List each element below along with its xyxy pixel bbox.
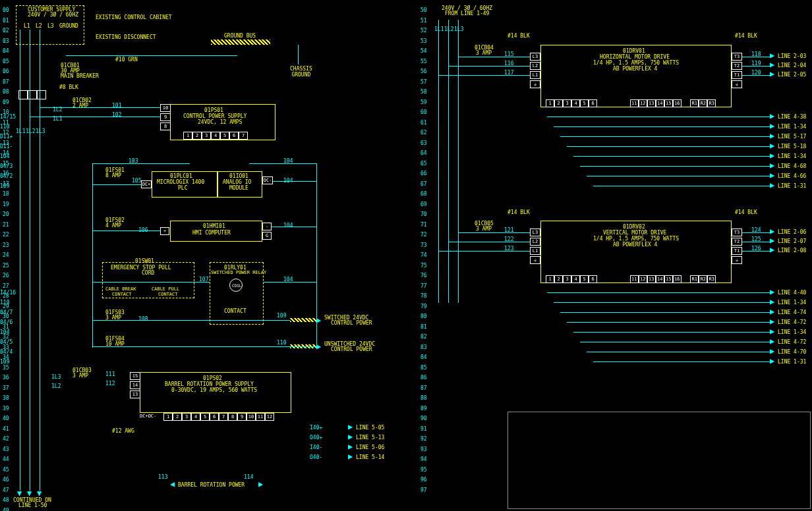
drv02-t3: T3 [732,229,742,236]
ps01-out-terms: 1234567 [183,132,248,140]
drv02-spec: 1/4 HP, 1.5 AMPS, 750 WATTS [593,236,679,242]
arrow-right-icon: ▶ [770,69,774,78]
ref: LINE 4-40 [778,290,806,296]
sig: I4/15 [0,114,16,120]
ref: LINE 4-66 [778,173,806,179]
ps01-name: CONTROL POWER SUPPLY [183,113,246,119]
arrow-right-icon: ▶ [770,111,774,121]
arrow-right-icon: ▶ [770,171,774,180]
drv01-t1: T1 [732,71,742,79]
arrow-right-icon: ▶ [770,327,774,336]
bus-label-1l2: 1L2 [26,128,35,134]
arrow-right-icon: ▶ [770,161,774,170]
ps02-ref0: LINE 5-05 [356,425,384,431]
ps02-in-15: 15 [130,372,140,380]
fs02-amp: 4 AMP [105,223,121,229]
sw-pwr-bar [290,318,316,322]
wire [567,322,770,323]
hmi-minus: - [262,223,272,230]
drv01-spec: 1/4 HP, 1.5 AMPS, 750 WATTS [593,60,679,66]
ground-wire [66,55,237,56]
unsw-sub: CONTROL POWER [331,346,372,352]
coil-icon [229,279,243,292]
bus-label-1l3: 1L3 [36,128,45,134]
drv02-id: 01DRV02 [623,224,645,230]
wire [742,66,770,67]
wire [580,166,770,167]
row-numbers-right: 50 51 52 53 54 55 56 57 58 59 60 61 62 6… [420,5,427,495]
arrow-right-icon: ▶ [258,479,263,489]
arrow-right-icon: ▶ [770,297,774,306]
rly-contact: CONTACT [224,308,246,314]
sig: 104 [0,153,9,159]
drv02-l2: L2 [530,238,540,246]
phase-l2: L2 [36,23,42,29]
ps02-1l3: 1L3 [51,374,61,380]
drv01-l1: L1 [530,71,540,79]
estop-c2: CABLE PULL [152,286,179,292]
estop-name: EMERGENCY STOP PULL [111,265,171,271]
w110: 110 [277,340,286,346]
wire [580,342,770,342]
ps01-in-10: 10 [160,104,171,112]
phase-l3: L3 [47,23,54,29]
rbus-l3 [458,20,459,303]
dc-bus-minus [316,163,317,348]
wire [92,230,160,231]
ref: LINE 4-38 [778,114,806,120]
ps02-dc: DC+DC- [140,414,156,419]
drv02-terms: 123456 111213141516 R1R2R3 [546,275,716,283]
chassis-ground-label: CHASSISGROUND [290,66,312,78]
plc-dc: DC+ [141,180,152,188]
sw-pwr-sub: CONTROL POWER [331,320,372,326]
w108: 108 [138,316,148,322]
wire [742,232,770,233]
estop-cord: CORD [142,270,154,276]
sig: 109 [0,183,9,189]
ps02-out-terms: 123456789101112 [163,413,274,421]
ground-bus-bar [211,40,270,45]
ref: LINE 5-18 [778,144,806,149]
wire [92,346,316,347]
arrow-right-icon: ▶ [348,432,353,441]
phase-l1: L1 [24,23,30,29]
hmi-g: G [262,232,272,240]
arrow-right-icon: ▶ [770,131,774,140]
io-sub: MODULE [229,185,248,191]
r-blk2: #14 BLK [735,33,757,39]
estop-sw: 01SW01 [135,258,154,264]
drv02-t1: T1 [732,247,742,255]
ref: LINE 1-34 [778,124,806,130]
ps02-1l2: 1L2 [51,383,61,389]
ps02-in-13: 13 [130,390,140,398]
ground-bus-label: GROUND BUS [224,33,256,39]
drv01-cb-amp: 3 AMP [476,50,492,56]
sig: I4/16 [0,290,16,296]
wire [547,117,770,117]
wire [92,282,210,282]
awg-label: #12 AWG [112,428,134,434]
drv02-model: AB POWERFLEX 4 [613,242,657,248]
arrow-down-icon: ▼ [27,489,32,498]
w113: 113 [158,474,167,480]
arrow-right-icon: ▶ [770,60,774,69]
sig: 110 [0,124,9,130]
ref: LINE 1-31 [778,183,806,189]
sig: 04/6 [0,319,13,325]
chassis-line [298,45,299,65]
wire [587,352,770,352]
ps01-id: 01PS01 [204,107,223,113]
r-1l1: 1L1 [434,26,444,32]
continued-on-line: LINE 1-50 [18,502,47,508]
wire [554,126,770,127]
drv01-lo0: LINE 2-03 [778,53,806,59]
wire [448,66,530,67]
wire [249,163,317,164]
drv01-l3: L3 [530,53,540,61]
main-breaker-name: MAIN BREAKER [61,73,99,79]
drv02-name: VERTICAL MOTOR DRIVE [603,230,666,236]
sig: 04/7 [0,309,13,315]
ref: LINE 1-31 [778,359,806,365]
wire [92,184,141,185]
r-1l2: 1L2 [444,26,453,32]
